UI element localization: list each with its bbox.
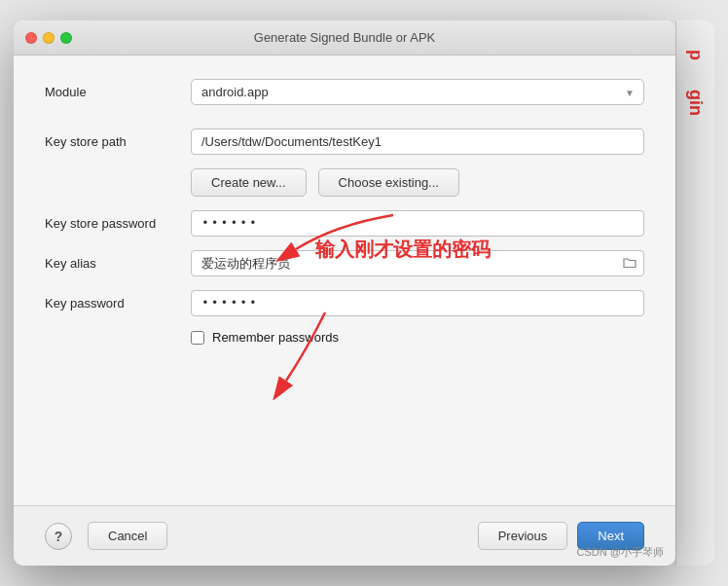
keystorepath-input[interactable] (191, 128, 644, 155)
keypassword-row: Key password (45, 290, 644, 316)
keystorepath-row: Key store path (45, 128, 644, 155)
keystorepath-control (191, 128, 644, 155)
window-title: Generate Signed Bundle or APK (254, 30, 435, 45)
keyalias-input[interactable] (191, 250, 644, 276)
traffic-lights (25, 32, 72, 44)
remember-passwords-row: Remember passwords (191, 330, 644, 345)
choose-existing-button[interactable]: Choose existing... (318, 168, 459, 197)
right-bar-content: p (685, 50, 706, 60)
close-button[interactable] (25, 32, 37, 44)
keypassword-label: Key password (45, 296, 191, 311)
keystorepassword-row: Key store password (45, 210, 644, 237)
dialog-body: Module android.app ▼ Key store path (14, 55, 675, 505)
title-bar: Generate Signed Bundle or APK (14, 20, 675, 55)
keyalias-label: Key alias (45, 256, 191, 271)
module-row: Module android.app ▼ (45, 79, 644, 105)
keystorepassword-control (191, 210, 644, 237)
module-control: android.app ▼ (191, 79, 644, 105)
minimize-button[interactable] (43, 32, 55, 44)
keyalias-control (191, 250, 644, 276)
keystorepassword-input[interactable] (191, 210, 644, 237)
maximize-button[interactable] (60, 32, 72, 44)
remember-passwords-checkbox[interactable] (191, 331, 204, 345)
watermark: CSDN @小手琴师 (577, 545, 664, 560)
module-select-wrapper: android.app ▼ (191, 79, 644, 105)
alias-input-wrapper (191, 250, 644, 276)
create-new-button[interactable]: Create new... (191, 168, 307, 197)
help-button[interactable]: ? (45, 523, 72, 550)
cancel-button[interactable]: Cancel (88, 522, 167, 550)
previous-button[interactable]: Previous (478, 522, 568, 550)
right-sidebar: p gin (675, 20, 714, 566)
remember-passwords-label[interactable]: Remember passwords (212, 330, 339, 345)
module-select[interactable]: android.app (191, 79, 644, 105)
keystorepassword-label: Key store password (45, 216, 191, 231)
keystore-buttons: Create new... Choose existing... (191, 168, 644, 197)
folder-icon[interactable] (623, 256, 637, 272)
keypassword-control (191, 290, 644, 316)
main-dialog: Generate Signed Bundle or APK Module and… (14, 20, 675, 566)
keypassword-input[interactable] (191, 290, 644, 316)
right-bar-content2: gin (685, 90, 706, 116)
keyalias-row: Key alias (45, 250, 644, 276)
keystorepath-label: Key store path (45, 134, 191, 149)
module-label: Module (45, 85, 191, 99)
